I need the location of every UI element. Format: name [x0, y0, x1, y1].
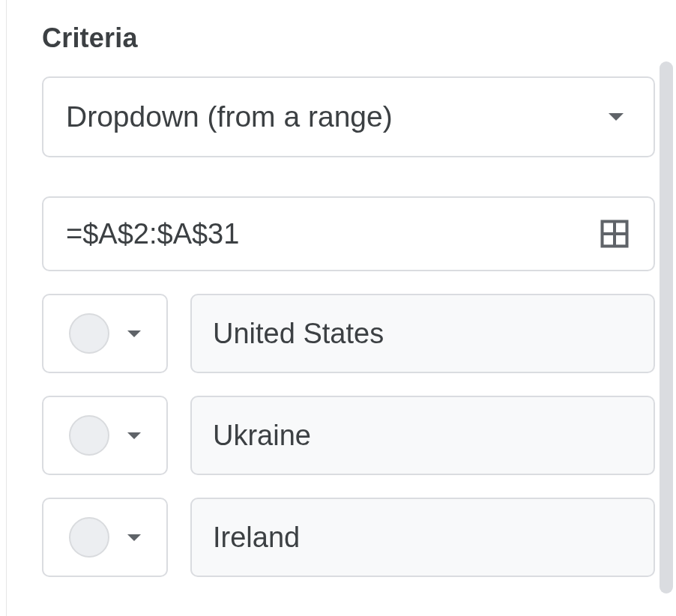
criteria-type-label: Dropdown (from a range) [66, 100, 393, 133]
color-swatch-icon [69, 415, 109, 456]
option-color-picker[interactable] [42, 294, 168, 373]
option-value-box[interactable]: Ireland [190, 498, 655, 577]
criteria-type-dropdown[interactable]: Dropdown (from a range) [42, 76, 655, 157]
option-row: Ireland [42, 498, 655, 577]
chevron-down-icon [609, 113, 624, 121]
option-value-label: United States [213, 318, 384, 350]
section-title-criteria: Criteria [42, 22, 655, 54]
option-value-box[interactable]: United States [190, 294, 655, 373]
option-value-label: Ireland [213, 522, 300, 554]
criteria-panel: Criteria Dropdown (from a range) Un [0, 0, 655, 600]
chevron-down-icon [127, 432, 141, 439]
option-row: Ukraine [42, 396, 655, 475]
select-range-icon[interactable] [598, 217, 631, 250]
option-value-label: Ukraine [213, 420, 311, 452]
chevron-down-icon [127, 330, 141, 337]
range-input-container [42, 196, 655, 271]
color-swatch-icon [69, 517, 109, 558]
option-color-picker[interactable] [42, 498, 168, 577]
option-color-picker[interactable] [42, 396, 168, 475]
chevron-down-icon [127, 534, 141, 541]
color-swatch-icon [69, 313, 109, 354]
scrollbar-thumb[interactable] [660, 61, 673, 594]
option-value-box[interactable]: Ukraine [190, 396, 655, 475]
range-input[interactable] [64, 217, 598, 251]
option-row: United States [42, 294, 655, 373]
